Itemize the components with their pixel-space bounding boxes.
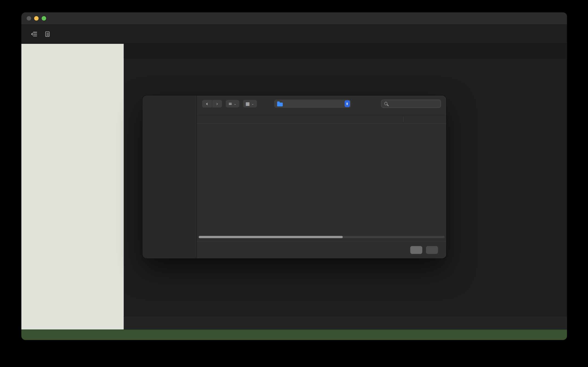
minimize-button[interactable] [34, 16, 39, 21]
finder-main: ‹ › ≡⌄ ▦⌄ ▲▼ [197, 95, 446, 258]
list-view-icon: ≡ [228, 101, 232, 106]
editor-bottom-toolbar [124, 316, 567, 330]
zoom-button[interactable] [42, 16, 46, 21]
window-controls [21, 16, 46, 21]
cancel-button[interactable] [410, 246, 422, 254]
sidebar-collapse-icon [31, 31, 37, 37]
chevron-left-icon: ‹ [206, 101, 208, 106]
grid-view-button[interactable]: ▦⌄ [243, 100, 257, 108]
app-sidebar [21, 44, 124, 330]
file-list [197, 124, 446, 234]
select-stepper-icon[interactable]: ▲▼ [345, 100, 350, 107]
list-view-button[interactable]: ≡⌄ [226, 100, 239, 108]
finder-sidebar [142, 95, 197, 258]
folder-icon [277, 102, 283, 106]
desktop-background: ‹ › ≡⌄ ▦⌄ ▲▼ [0, 0, 588, 367]
tab-bar [124, 44, 567, 58]
tabbar-lead-spacer [124, 44, 129, 58]
scrollbar-thumb[interactable] [199, 236, 343, 238]
search-field[interactable] [381, 100, 441, 108]
dialog-footer [197, 241, 446, 258]
open-button[interactable] [426, 246, 438, 254]
status-bar [21, 330, 567, 340]
app-window: ‹ › ≡⌄ ▦⌄ ▲▼ [21, 12, 567, 340]
file-icon [45, 31, 50, 37]
search-icon [384, 102, 387, 105]
column-headers [197, 115, 446, 124]
grid-view-icon: ▦ [246, 101, 250, 106]
forward-button[interactable]: › [212, 100, 222, 108]
sidebar-toggle-button[interactable] [29, 29, 40, 40]
open-file-dialog: ‹ › ≡⌄ ▦⌄ ▲▼ [142, 95, 446, 258]
search-input[interactable] [390, 101, 438, 106]
finder-toolbar: ‹ › ≡⌄ ▦⌄ ▲▼ [197, 95, 446, 112]
close-button[interactable] [27, 16, 31, 21]
chevron-down-icon: ⌄ [233, 102, 236, 106]
titlebar [21, 12, 567, 25]
main-toolbar [21, 25, 567, 44]
horizontal-scrollbar[interactable] [199, 236, 445, 238]
back-button[interactable]: ‹ [202, 100, 212, 108]
folder-select[interactable]: ▲▼ [274, 100, 351, 108]
chevron-right-icon: › [216, 101, 218, 106]
chevron-down-icon: ⌄ [251, 102, 254, 106]
toolbar-left [29, 29, 56, 40]
